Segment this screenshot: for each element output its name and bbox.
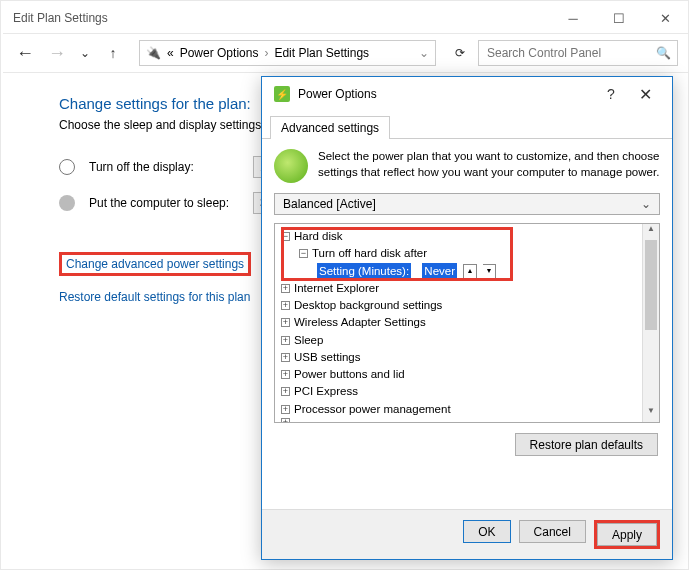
tree-node[interactable]: Power buttons and lid: [294, 366, 405, 383]
back-button[interactable]: ←: [13, 41, 37, 65]
expand-icon[interactable]: +: [281, 370, 290, 379]
tree-node[interactable]: Desktop background settings: [294, 297, 442, 314]
breadcrumb[interactable]: 🔌 « Power Options › Edit Plan Settings ⌄: [139, 40, 436, 66]
forward-button[interactable]: →: [45, 41, 69, 65]
plan-select[interactable]: Balanced [Active] ⌄: [274, 193, 660, 215]
expand-icon[interactable]: +: [281, 353, 290, 362]
scrollbar[interactable]: ▲ ▼: [642, 224, 659, 422]
chevron-right-icon: ›: [264, 46, 268, 60]
scroll-thumb[interactable]: [645, 240, 657, 330]
spin-down[interactable]: ▼: [483, 265, 495, 278]
up-button[interactable]: ↑: [101, 41, 125, 65]
highlight-apply: Apply: [594, 520, 660, 549]
expand-icon[interactable]: +: [281, 387, 290, 396]
refresh-button[interactable]: ⟳: [450, 46, 470, 60]
spinner[interactable]: ▲: [463, 264, 477, 279]
cancel-button[interactable]: Cancel: [519, 520, 586, 543]
spin-up[interactable]: ▲: [464, 265, 476, 278]
dialog-close-button[interactable]: ✕: [628, 85, 662, 104]
power-plug-icon: 🔌: [146, 46, 161, 60]
collapse-icon[interactable]: −: [299, 249, 308, 258]
search-input[interactable]: [485, 45, 656, 61]
dialog-description: Select the power plan that you want to c…: [274, 149, 660, 183]
chevron-down-icon[interactable]: ⌄: [419, 46, 429, 60]
scroll-down-icon[interactable]: ▼: [643, 406, 659, 422]
battery-leaf-icon: [274, 149, 308, 183]
tabs: Advanced settings: [262, 111, 672, 139]
dialog-buttons: OK Cancel Apply: [262, 509, 672, 559]
tree-node[interactable]: USB settings: [294, 349, 360, 366]
sleep-icon: [59, 195, 75, 211]
expand-icon[interactable]: +: [281, 336, 290, 345]
minimize-button[interactable]: ─: [550, 3, 596, 33]
expand-icon[interactable]: +: [281, 284, 290, 293]
restore-defaults-button[interactable]: Restore plan defaults: [515, 433, 658, 456]
tree-node[interactable]: Internet Explorer: [294, 280, 379, 297]
ok-button[interactable]: OK: [463, 520, 510, 543]
help-button[interactable]: ?: [594, 86, 628, 102]
dialog-desc-text: Select the power plan that you want to c…: [318, 149, 660, 183]
plan-select-value: Balanced [Active]: [283, 197, 376, 211]
dialog-panel: Select the power plan that you want to c…: [262, 139, 672, 456]
search-box[interactable]: 🔍: [478, 40, 678, 66]
expand-icon[interactable]: +: [281, 405, 290, 414]
setting-value[interactable]: Never: [422, 263, 457, 280]
breadcrumb-item[interactable]: Power Options: [180, 46, 259, 60]
scroll-up-icon[interactable]: ▲: [643, 224, 659, 240]
expand-icon[interactable]: +: [281, 301, 290, 310]
apply-button[interactable]: Apply: [597, 523, 657, 546]
tree-node[interactable]: PCI Express: [294, 383, 358, 400]
spinner[interactable]: ▼: [483, 264, 496, 279]
expand-icon[interactable]: +: [281, 418, 290, 423]
sleep-label: Put the computer to sleep:: [89, 196, 239, 210]
dialog-title: Power Options: [298, 87, 594, 101]
breadcrumb-item[interactable]: Edit Plan Settings: [274, 46, 369, 60]
search-icon: 🔍: [656, 46, 671, 60]
breadcrumb-prefix: «: [167, 46, 174, 60]
expand-icon[interactable]: +: [281, 318, 290, 327]
window-title: Edit Plan Settings: [13, 11, 550, 25]
display-label: Turn off the display:: [89, 160, 239, 174]
tab-advanced[interactable]: Advanced settings: [270, 116, 390, 139]
maximize-button[interactable]: ☐: [596, 3, 642, 33]
advanced-link[interactable]: Change advanced power settings: [66, 257, 244, 271]
power-options-dialog: ⚡ Power Options ? ✕ Advanced settings Se…: [261, 76, 673, 560]
close-button[interactable]: ✕: [642, 3, 688, 33]
history-dropdown[interactable]: ⌄: [77, 46, 93, 60]
tree-node[interactable]: Turn off hard disk after: [312, 245, 427, 262]
tree-node[interactable]: Processor power management: [294, 401, 451, 418]
tree-node[interactable]: Hard disk: [294, 228, 343, 245]
highlight-advanced-link: Change advanced power settings: [59, 252, 251, 276]
chevron-down-icon: ⌄: [641, 197, 651, 211]
collapse-icon[interactable]: −: [281, 232, 290, 241]
setting-label[interactable]: Setting (Minutes):: [317, 263, 411, 280]
power-icon: ⚡: [274, 86, 290, 102]
titlebar: Edit Plan Settings ─ ☐ ✕: [3, 3, 688, 33]
display-icon: [59, 159, 75, 175]
dialog-titlebar: ⚡ Power Options ? ✕: [262, 77, 672, 111]
navbar: ← → ⌄ ↑ 🔌 « Power Options › Edit Plan Se…: [3, 33, 688, 73]
settings-tree[interactable]: −Hard disk −Turn off hard disk after Set…: [274, 223, 660, 423]
tree-node[interactable]: Wireless Adapter Settings: [294, 314, 426, 331]
tree-node[interactable]: Sleep: [294, 332, 323, 349]
